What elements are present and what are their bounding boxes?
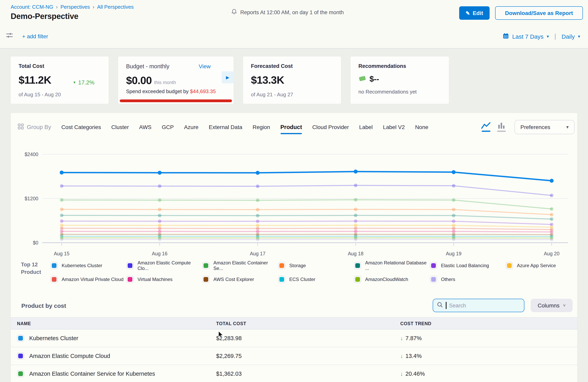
- search-box[interactable]: [433, 299, 524, 312]
- chart-point[interactable]: [354, 170, 358, 173]
- chart-point[interactable]: [60, 171, 64, 174]
- tab-cloud-provider[interactable]: Cloud Provider: [312, 124, 349, 130]
- chart-point[interactable]: [158, 219, 161, 223]
- chart-point[interactable]: [452, 219, 455, 223]
- line-chart-icon[interactable]: [481, 122, 491, 132]
- legend-item[interactable]: Azure App Service: [506, 260, 582, 271]
- legend-item[interactable]: Virtual Machines: [126, 276, 202, 283]
- legend-item[interactable]: Amazon Relational Database ...: [354, 260, 430, 271]
- chart-point[interactable]: [158, 208, 161, 211]
- legend-item[interactable]: ECS Cluster: [278, 276, 354, 283]
- chart-point[interactable]: [256, 185, 259, 188]
- chart-point[interactable]: [354, 224, 357, 227]
- columns-dropdown[interactable]: Columns ˅: [531, 299, 573, 312]
- legend-item[interactable]: Amazon Elastic Compute Clo...: [126, 260, 202, 271]
- chart-point[interactable]: [158, 224, 161, 227]
- chart-point[interactable]: [256, 214, 259, 217]
- legend-item[interactable]: AWS Cost Explorer: [202, 276, 278, 283]
- budget-next-button[interactable]: ▶: [222, 71, 233, 83]
- table-row[interactable]: Kubernetes Cluster$2,283.98↓7.87%: [11, 329, 577, 347]
- chart-point[interactable]: [60, 224, 63, 227]
- download-save-report-button[interactable]: Download/Save as Report: [495, 6, 583, 20]
- svg-text:Aug 16: Aug 16: [152, 251, 167, 256]
- tab-none[interactable]: None: [415, 124, 428, 130]
- chart-point[interactable]: [60, 230, 63, 233]
- chart-point[interactable]: [158, 227, 161, 230]
- preferences-dropdown[interactable]: Preferences ▾: [514, 120, 575, 134]
- budget-view-link[interactable]: View: [199, 63, 211, 69]
- column-header-cost-trend[interactable]: COST TREND: [394, 318, 577, 329]
- column-header-total-cost[interactable]: TOTAL COST: [216, 318, 394, 329]
- legend-item[interactable]: AmazonCloudWatch: [354, 276, 430, 283]
- chart-point[interactable]: [354, 214, 357, 217]
- chart-point[interactable]: [158, 171, 162, 175]
- legend-item[interactable]: Kubernetes Cluster: [51, 260, 126, 271]
- tab-label[interactable]: Label: [359, 124, 373, 130]
- breadcrumb-item[interactable]: Account: CCM-NG: [11, 4, 53, 10]
- chart-point[interactable]: [60, 198, 63, 202]
- tab-gcp[interactable]: GCP: [162, 124, 174, 130]
- chart-point[interactable]: [60, 214, 63, 217]
- legend-item[interactable]: Amazon Elastic Container Se...: [202, 260, 278, 271]
- legend-item[interactable]: Amazon Virtual Private Cloud: [51, 276, 126, 283]
- chart-point[interactable]: [452, 214, 455, 217]
- chart-point[interactable]: [60, 219, 63, 223]
- tab-external-data[interactable]: External Data: [209, 124, 242, 130]
- chart-point[interactable]: [452, 198, 455, 202]
- table-row[interactable]: Amazon Elastic Compute Cloud$2,269.75↓13…: [11, 347, 577, 365]
- search-input[interactable]: [449, 303, 512, 308]
- bar-chart-icon[interactable]: [497, 122, 506, 132]
- tab-cost-categories[interactable]: Cost Categories: [62, 124, 101, 130]
- recommendations-card: Recommendations $-- no Recommendations y…: [350, 56, 449, 104]
- tab-label-v2[interactable]: Label V2: [383, 124, 405, 130]
- chart-point[interactable]: [354, 184, 357, 187]
- chart-point[interactable]: [60, 184, 63, 188]
- add-filter-button[interactable]: + add filter: [22, 33, 48, 39]
- chart-point[interactable]: [550, 223, 553, 226]
- tab-cluster[interactable]: Cluster: [111, 124, 129, 130]
- chart-point[interactable]: [158, 198, 161, 202]
- chart-point[interactable]: [158, 214, 161, 217]
- edit-button[interactable]: ✎ Edit: [459, 6, 490, 20]
- breadcrumb-item[interactable]: Perspectives: [61, 4, 90, 10]
- tab-region[interactable]: Region: [252, 124, 270, 130]
- legend-item[interactable]: Elastic Load Balancing: [430, 260, 506, 271]
- chart-point[interactable]: [354, 198, 357, 201]
- tab-aws[interactable]: AWS: [139, 124, 151, 130]
- chart-point[interactable]: [550, 207, 553, 211]
- column-header-name[interactable]: NAME: [11, 318, 216, 329]
- cost-trend-chart: $2400$1200$0Aug 15Aug 16Aug 17Aug 18Aug …: [11, 146, 577, 266]
- breadcrumb-item[interactable]: All Perspectives: [97, 4, 134, 10]
- chart-point[interactable]: [550, 213, 553, 216]
- legend-color-chip: [354, 262, 361, 269]
- date-range-dropdown[interactable]: Last 7 Days ▾: [503, 33, 549, 40]
- table-row[interactable]: Amazon Elastic Container Service for Kub…: [11, 365, 577, 382]
- filter-sliders-icon[interactable]: [5, 32, 13, 41]
- legend-item[interactable]: Others: [430, 276, 506, 283]
- granularity-dropdown[interactable]: Daily ▾: [562, 33, 580, 40]
- chart-point[interactable]: [550, 217, 553, 221]
- chart-point[interactable]: [452, 170, 456, 174]
- chart-point[interactable]: [256, 171, 260, 175]
- chart-point[interactable]: [452, 184, 455, 188]
- chart-point[interactable]: [256, 220, 259, 223]
- tab-azure[interactable]: Azure: [184, 124, 198, 130]
- chart-point[interactable]: [256, 227, 259, 230]
- tab-product[interactable]: Product: [280, 124, 302, 130]
- chart-point[interactable]: [256, 208, 259, 211]
- chart-point[interactable]: [60, 208, 63, 211]
- chart-point[interactable]: [158, 184, 161, 188]
- chart-point[interactable]: [452, 224, 455, 227]
- chart-point[interactable]: [550, 179, 554, 183]
- chart-point[interactable]: [452, 208, 455, 211]
- chart-point[interactable]: [354, 219, 357, 223]
- legend-item[interactable]: Storage: [278, 260, 354, 271]
- chart-point[interactable]: [354, 230, 357, 233]
- row-total-cost: $1,362.03: [216, 365, 394, 382]
- chart-point[interactable]: [354, 208, 357, 211]
- legend-caption: Top 12 Product: [21, 261, 41, 283]
- chart-point[interactable]: [256, 224, 259, 227]
- chart-point[interactable]: [256, 198, 259, 202]
- chart-point[interactable]: [452, 227, 455, 230]
- chart-point[interactable]: [550, 193, 553, 197]
